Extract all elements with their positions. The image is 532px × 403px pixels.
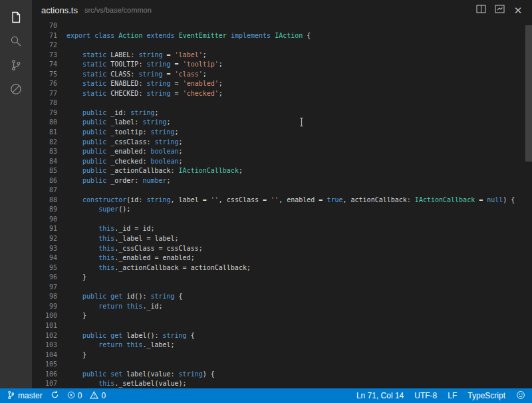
code-line[interactable]: 76 static ENABLED: string = 'enabled'; [32, 79, 532, 89]
activity-bar-item-search[interactable] [0, 31, 32, 55]
line-number[interactable]: 89 [32, 205, 66, 215]
line-number[interactable]: 71 [32, 31, 66, 41]
editor-scrollbar[interactable] [525, 20, 532, 388]
git-branch-indicator[interactable]: master [7, 390, 43, 402]
scrollbar-thumb[interactable] [525, 25, 532, 162]
code-line[interactable]: 83 public _enabled: boolean; [32, 147, 532, 157]
code-line[interactable]: 90 [32, 215, 532, 225]
code-line[interactable]: 91 this._id = id; [32, 224, 532, 234]
line-number[interactable]: 99 [32, 302, 66, 312]
line-number[interactable]: 103 [32, 340, 66, 350]
line-number[interactable]: 94 [32, 253, 66, 263]
activity-bar-item-source-control[interactable] [0, 55, 32, 78]
line-number[interactable]: 85 [32, 166, 66, 176]
code-line[interactable]: 88 constructor(id: string, label = '', c… [32, 196, 532, 205]
cursor-position-indicator[interactable]: Ln 71, Col 14 [356, 391, 404, 400]
code-editor[interactable]: 7071export class Action extends EventEmi… [32, 20, 532, 388]
code-line[interactable]: 81 public _tooltip: string; [32, 128, 532, 138]
line-number[interactable]: 81 [32, 128, 66, 138]
line-number[interactable]: 97 [32, 283, 66, 293]
line-number[interactable]: 98 [32, 292, 66, 302]
code-line[interactable]: 97 [32, 283, 532, 293]
feedback-button[interactable] [516, 390, 525, 402]
line-number[interactable]: 104 [32, 350, 66, 360]
line-number[interactable]: 107 [32, 379, 66, 388]
code-line[interactable]: 106 public set label(value: string) { [32, 370, 532, 380]
line-number[interactable]: 70 [32, 21, 66, 31]
code-line[interactable]: 92 this._label = label; [32, 234, 532, 244]
open-preview-button[interactable] [492, 3, 507, 17]
line-number[interactable]: 78 [32, 98, 66, 108]
code-line[interactable]: 99 return this._id; [32, 302, 532, 312]
close-editor-button[interactable]: ✕ [511, 3, 525, 17]
code-line[interactable]: 105 [32, 360, 532, 370]
code-line[interactable]: 103 return this._label; [32, 340, 532, 350]
code-line[interactable]: 107 this._setLabel(value); [32, 379, 532, 388]
line-number[interactable]: 84 [32, 157, 66, 167]
errors-indicator[interactable]: 0 [67, 391, 82, 401]
eol-indicator[interactable]: LF [448, 391, 457, 400]
encoding-indicator[interactable]: UTF-8 [414, 391, 437, 400]
line-number[interactable]: 79 [32, 108, 66, 118]
code-text: public _label: string; [66, 118, 171, 128]
line-number[interactable]: 91 [32, 224, 66, 234]
line-number[interactable]: 88 [32, 196, 66, 205]
language-mode-indicator[interactable]: TypeScript [467, 391, 505, 400]
warnings-count: 0 [101, 391, 106, 400]
code-line[interactable]: 73 static LABEL: string = 'label'; [32, 51, 532, 61]
line-number[interactable]: 76 [32, 79, 66, 89]
activity-bar-item-explorer[interactable] [0, 7, 32, 31]
line-number[interactable]: 73 [32, 51, 66, 61]
code-line[interactable]: 78 [32, 98, 532, 108]
line-number[interactable]: 77 [32, 89, 66, 99]
line-number[interactable]: 90 [32, 215, 66, 225]
code-line[interactable]: 82 public _cssClass: string; [32, 138, 532, 148]
search-icon [9, 35, 23, 51]
code-line[interactable]: 87 [32, 186, 532, 196]
line-number[interactable]: 74 [32, 60, 66, 70]
line-number[interactable]: 82 [32, 138, 66, 148]
code-line[interactable]: 80 public _label: string; [32, 118, 532, 128]
code-line[interactable]: 98 public get id(): string { [32, 292, 532, 302]
line-number[interactable]: 72 [32, 41, 66, 51]
line-number[interactable]: 83 [32, 147, 66, 157]
code-line[interactable]: 70 [32, 21, 532, 31]
line-number[interactable]: 100 [32, 311, 66, 321]
code-line[interactable]: 75 static CLASS: string = 'class'; [32, 70, 532, 80]
code-line[interactable]: 72 [32, 41, 532, 51]
code-line[interactable]: 93 this._cssClass = cssClass; [32, 244, 532, 254]
line-number[interactable]: 96 [32, 273, 66, 283]
line-number[interactable]: 101 [32, 321, 66, 331]
line-number[interactable]: 92 [32, 234, 66, 244]
line-number[interactable]: 106 [32, 370, 66, 380]
code-line[interactable]: 94 this._enabled = enabled; [32, 253, 532, 263]
line-number[interactable]: 102 [32, 331, 66, 341]
sync-button[interactable] [51, 390, 59, 401]
code-line[interactable]: 74 static TOOLTIP: string = 'tooltip'; [32, 60, 532, 70]
code-line[interactable]: 100 } [32, 311, 532, 321]
code-line[interactable]: 96 } [32, 273, 532, 283]
line-number[interactable]: 95 [32, 263, 66, 273]
code-line[interactable]: 89 super(); [32, 205, 532, 215]
warnings-indicator[interactable]: 0 [90, 391, 106, 401]
code-line[interactable]: 79 public _id: string; [32, 108, 532, 118]
line-number[interactable]: 86 [32, 176, 66, 186]
line-number[interactable]: 105 [32, 360, 66, 370]
active-file-path: src/vs/base/common [84, 6, 152, 14]
active-file-name: actions.ts [41, 5, 78, 15]
code-line[interactable]: 102 public get label(): string { [32, 331, 532, 341]
code-line[interactable]: 95 this._actionCallback = actionCallback… [32, 263, 532, 273]
line-number[interactable]: 93 [32, 244, 66, 254]
line-number[interactable]: 80 [32, 118, 66, 128]
code-line[interactable]: 104 } [32, 350, 532, 360]
code-line[interactable]: 86 public _order: number; [32, 176, 532, 186]
code-line[interactable]: 84 public _checked: boolean; [32, 157, 532, 167]
split-editor-button[interactable] [473, 3, 488, 17]
code-line[interactable]: 77 static CHECKED: string = 'checked'; [32, 89, 532, 99]
line-number[interactable]: 87 [32, 186, 66, 196]
code-line[interactable]: 101 [32, 321, 532, 331]
code-line[interactable]: 71export class Action extends EventEmitt… [32, 31, 532, 41]
code-line[interactable]: 85 public _actionCallback: IActionCallba… [32, 166, 532, 176]
line-number[interactable]: 75 [32, 70, 66, 80]
activity-bar-item-debug[interactable] [0, 78, 32, 102]
